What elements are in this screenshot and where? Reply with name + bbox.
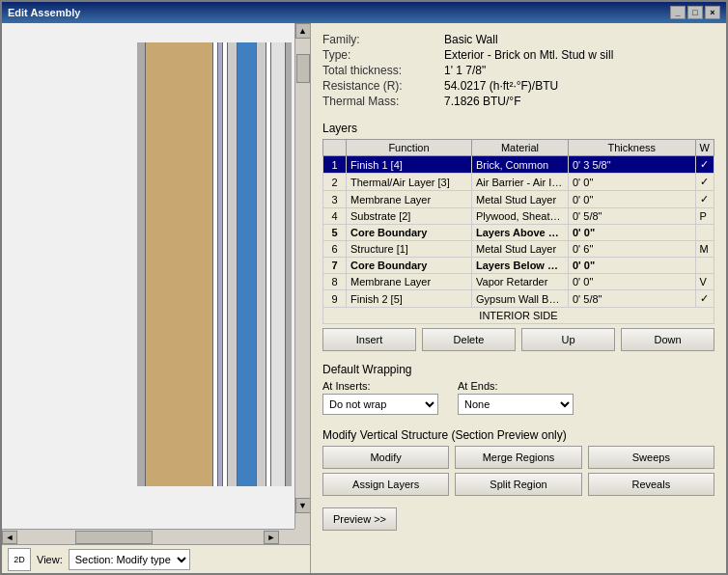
cell-wraps: ✓ — [695, 290, 714, 308]
thermal-mass-value: 7.1826 BTU/°F — [444, 95, 714, 108]
cell-thickness: 0' 6" — [569, 241, 696, 258]
total-thickness-value: 1' 1 7/8" — [444, 64, 714, 77]
family-label: Family: — [322, 33, 438, 46]
cell-thickness: 0' 0" — [569, 174, 696, 191]
layers-table: Function Material Thickness W 1 Finish 1… — [322, 139, 714, 308]
col-header-material: Material — [472, 140, 569, 156]
preview-area: ▲ ▼ ◄ ► — [2, 23, 310, 544]
cell-thickness: 0' 5/8" — [569, 290, 696, 308]
layers-title: Layers — [322, 122, 714, 135]
cell-material: Metal Stud Layer — [472, 241, 569, 258]
cell-thickness: 0' 0" — [569, 225, 696, 241]
table-row[interactable]: 1 Finish 1 [4] Brick, Common 0' 3 5/8" ✓ — [323, 156, 714, 174]
minimize-button[interactable]: _ — [670, 6, 686, 19]
delete-button[interactable]: Delete — [422, 328, 516, 351]
at-ends-label: At Ends: — [458, 380, 574, 392]
cell-material: Layers Above Wrap — [472, 225, 569, 241]
cell-material: Plywood, Sheathing — [472, 208, 569, 225]
maximize-button[interactable]: □ — [687, 6, 703, 19]
cell-num: 2 — [323, 174, 347, 191]
table-row[interactable]: 8 Membrane Layer Vapor Retarder 0' 0" V — [323, 274, 714, 290]
reveals-button[interactable]: Reveals — [588, 473, 714, 496]
cell-num: 8 — [323, 274, 347, 290]
col-header-num — [323, 140, 347, 156]
table-row[interactable]: 6 Structure [1] Metal Stud Layer 0' 6" M — [323, 241, 714, 258]
cell-num: 3 — [323, 191, 347, 208]
sweeps-button[interactable]: Sweeps — [588, 446, 714, 469]
cell-wraps — [695, 225, 714, 241]
left-panel: ▲ ▼ ◄ ► 2D View: Section: Mod — [2, 23, 311, 573]
view-label: View: — [37, 554, 63, 565]
cell-material: Air Barrier - Air Infiltration Barrier — [472, 174, 569, 191]
view-select[interactable]: Section: Modify typePlan ViewElevation — [69, 549, 190, 570]
wall-layer — [137, 42, 145, 486]
cell-wraps — [695, 258, 714, 274]
scroll-right-arrow[interactable]: ► — [264, 531, 279, 544]
cell-num: 1 — [323, 156, 347, 174]
at-ends-select[interactable]: NoneExteriorInteriorBoth — [458, 394, 574, 415]
vertical-scrollbar[interactable]: ▲ ▼ — [294, 23, 310, 529]
cell-function: Core Boundary — [347, 225, 472, 241]
wall-layer — [256, 42, 266, 486]
cell-material: Vapor Retarder — [472, 274, 569, 290]
cell-num: 9 — [323, 290, 347, 308]
scroll-thumb-v[interactable] — [296, 54, 310, 83]
scrollbar-corner — [294, 529, 310, 544]
modify-title: Modify Vertical Structure (Section Previ… — [322, 428, 714, 442]
cell-material: Layers Below Wrap — [472, 258, 569, 274]
cell-wraps: ✓ — [695, 191, 714, 208]
scroll-up-arrow[interactable]: ▲ — [295, 23, 311, 39]
default-wrapping-section: Default Wrapping At Inserts: Do not wrap… — [322, 363, 714, 415]
scroll-thumb-h[interactable] — [75, 531, 153, 544]
assign-layers-button[interactable]: Assign Layers — [322, 473, 449, 496]
wrapping-row: At Inserts: Do not wrapExteriorInteriorB… — [322, 380, 714, 415]
modify-button[interactable]: Modify — [322, 446, 449, 469]
cell-num: 6 — [323, 241, 347, 258]
type-label: Type: — [322, 48, 438, 62]
table-row[interactable]: 9 Finish 2 [5] Gypsum Wall Board 0' 5/8"… — [323, 290, 714, 308]
down-button[interactable]: Down — [621, 328, 714, 351]
cell-function: Finish 2 [5] — [347, 290, 472, 308]
table-row[interactable]: 5 Core Boundary Layers Above Wrap 0' 0" — [323, 225, 714, 241]
cell-function: Finish 1 [4] — [347, 156, 472, 174]
info-grid: Family: Basic Wall Type: Exterior - Bric… — [322, 33, 714, 108]
cell-wraps: ✓ — [695, 174, 714, 191]
wrapping-title: Default Wrapping — [322, 363, 714, 376]
view-icon: 2D — [8, 548, 31, 571]
wall-layer — [270, 42, 285, 486]
modify-button-row-1: Modify Merge Regions Sweeps — [322, 446, 714, 469]
cell-function: Thermal/Air Layer [3] — [347, 174, 472, 191]
at-ends-group: At Ends: NoneExteriorInteriorBoth — [458, 380, 574, 415]
horizontal-scrollbar[interactable]: ◄ ► — [2, 529, 294, 544]
wall-layer — [285, 42, 293, 486]
wall-layer — [145, 42, 212, 486]
cell-thickness: 0' 0" — [569, 258, 696, 274]
table-row[interactable]: 7 Core Boundary Layers Below Wrap 0' 0" — [323, 258, 714, 274]
thermal-mass-label: Thermal Mass: — [322, 95, 438, 108]
title-bar-text: Edit Assembly — [8, 7, 80, 18]
cell-material: Gypsum Wall Board — [472, 290, 569, 308]
cell-thickness: 0' 0" — [569, 191, 696, 208]
up-button[interactable]: Up — [521, 328, 615, 351]
at-inserts-select[interactable]: Do not wrapExteriorInteriorBoth — [322, 394, 438, 415]
cell-function: Structure [1] — [347, 241, 472, 258]
preview-button[interactable]: Preview >> — [322, 507, 397, 531]
cell-num: 5 — [323, 225, 347, 241]
cell-thickness: 0' 3 5/8" — [569, 156, 696, 174]
table-row[interactable]: 2 Thermal/Air Layer [3] Air Barrier - Ai… — [323, 174, 714, 191]
table-row[interactable]: 4 Substrate [2] Plywood, Sheathing 0' 5/… — [323, 208, 714, 225]
at-inserts-group: At Inserts: Do not wrapExteriorInteriorB… — [322, 380, 438, 415]
resistance-value: 54.0217 (h·ft²·°F)/BTU — [444, 79, 714, 93]
scroll-down-arrow[interactable]: ▼ — [295, 498, 311, 513]
table-row[interactable]: 3 Membrane Layer Metal Stud Layer 0' 0" … — [323, 191, 714, 208]
insert-button[interactable]: Insert — [322, 328, 416, 351]
modify-button-row-2: Assign Layers Split Region Reveals — [322, 473, 714, 496]
wall-layer — [237, 42, 256, 486]
col-header-wraps: W — [695, 140, 714, 156]
merge-regions-button[interactable]: Merge Regions — [455, 446, 581, 469]
close-button[interactable]: × — [705, 6, 720, 19]
split-region-button[interactable]: Split Region — [455, 473, 581, 496]
scroll-left-arrow[interactable]: ◄ — [2, 531, 17, 544]
layers-section: Layers Function Material Thickness W 1 — [322, 122, 714, 351]
resistance-label: Resistance (R): — [322, 79, 438, 93]
